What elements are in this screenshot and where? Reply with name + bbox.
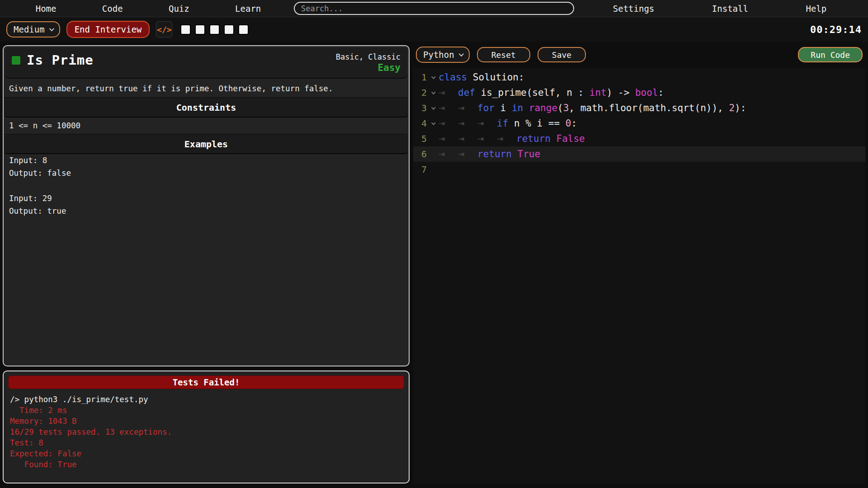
indent-guide-icon: ⇥ xyxy=(458,150,477,159)
tests-output: /> python3 ./is_prime/test.py Time: 2 ms… xyxy=(4,393,409,472)
line-number: 4 xyxy=(413,118,427,129)
code-token: , math.floor(math.sqrt(n)), xyxy=(569,103,729,113)
code-token: bool xyxy=(635,87,658,98)
reset-button[interactable]: Reset xyxy=(477,47,530,62)
code-line: 7 xyxy=(413,162,865,177)
tests-output-line: Found: True xyxy=(10,460,402,470)
section-body: 1 <= n <= 10000 xyxy=(4,117,409,135)
indent-guide-icon: ⇥ xyxy=(439,103,458,113)
tests-output-line: Test: 8 xyxy=(10,438,402,449)
problem-panel: Is Prime Basic, Classic Easy Given a num… xyxy=(3,45,410,366)
chevron-down-icon xyxy=(49,26,54,31)
language-select-value: Python xyxy=(423,50,454,60)
problem-section: Constraints1 <= n <= 10000 xyxy=(4,98,409,135)
problem-status-icon xyxy=(12,56,20,65)
tests-output-line: Memory: 1043 B xyxy=(10,416,402,427)
main-area: Is Prime Basic, Classic Easy Given a num… xyxy=(0,42,868,488)
code-token: 0 xyxy=(566,118,571,129)
nav-item-help[interactable]: Help xyxy=(806,4,826,14)
code-line: 5⇥⇥⇥⇥return False xyxy=(413,131,865,146)
nav-item-learn[interactable]: Learn xyxy=(235,4,261,14)
end-interview-button[interactable]: End Interview xyxy=(66,21,150,38)
indent-guide-icon: ⇥ xyxy=(497,134,516,143)
code-text: class Solution: xyxy=(439,72,524,83)
code-token: is_prime(self, n : xyxy=(475,87,590,98)
difficulty-select-value: Medium xyxy=(14,24,45,34)
tests-result-banner: Tests Failed! xyxy=(8,375,404,389)
code-token: : xyxy=(571,118,577,129)
indent-guide-icon: ⇥ xyxy=(477,119,497,128)
indent-guide-icon: ⇥ xyxy=(477,134,497,143)
progress-squares xyxy=(181,25,248,34)
code-line: 3⇥⇥for i in range(3, math.floor(math.sqr… xyxy=(413,100,865,116)
section-line: Input: 29 xyxy=(4,192,409,205)
fold-chevron-icon[interactable] xyxy=(427,122,439,125)
nav-item-code[interactable]: Code xyxy=(102,4,123,14)
code-line: 1class Solution: xyxy=(413,70,865,85)
code-token: False xyxy=(557,133,585,144)
section-header: Examples xyxy=(5,135,408,154)
session-timer: 00:29:14 xyxy=(810,24,862,35)
code-token: ): xyxy=(735,103,746,113)
section-line: 1 <= n <= 10000 xyxy=(4,117,409,135)
fold-chevron-icon[interactable] xyxy=(427,76,439,79)
code-editor[interactable]: 1class Solution:2⇥def is_prime(self, n :… xyxy=(413,68,865,483)
code-text: ⇥def is_prime(self, n : int) -> bool: xyxy=(439,87,664,98)
tests-output-line: Expected: False xyxy=(10,449,402,460)
code-token: 2 xyxy=(729,103,735,113)
problem-title: Is Prime xyxy=(27,52,94,68)
code-line: 2⇥def is_prime(self, n : int) -> bool: xyxy=(413,85,865,100)
indent-guide-icon: ⇥ xyxy=(439,134,458,143)
progress-square xyxy=(239,25,248,34)
code-token: range xyxy=(529,103,557,113)
indent-guide-icon: ⇥ xyxy=(439,119,458,128)
right-column: Python Reset Save Run Code 1class Soluti… xyxy=(413,45,865,483)
nav-item-home[interactable]: Home xyxy=(36,4,57,14)
code-token: True xyxy=(518,149,541,160)
save-button[interactable]: Save xyxy=(538,47,586,62)
indent-guide-icon: ⇥ xyxy=(458,134,477,143)
search-box[interactable] xyxy=(294,2,574,15)
difficulty-select[interactable]: Medium xyxy=(6,21,60,38)
code-text: ⇥⇥⇥⇥return False xyxy=(439,133,585,144)
section-line: Output: true xyxy=(4,205,409,217)
code-brackets-icon[interactable]: </> xyxy=(156,21,172,38)
search-input[interactable] xyxy=(295,4,573,13)
progress-square xyxy=(225,25,233,34)
top-nav: HomeCodeQuizLearn SettingsInstallHelp xyxy=(0,0,868,17)
session-toolbar: Medium End Interview </> 00:29:14 xyxy=(0,17,868,42)
tests-output-line: Time: 2 ms xyxy=(10,405,402,416)
line-number: 5 xyxy=(413,133,427,144)
progress-square xyxy=(181,25,190,34)
fold-chevron-icon[interactable] xyxy=(427,91,439,94)
code-token: ) -> xyxy=(607,87,635,98)
nav-item-quiz[interactable]: Quiz xyxy=(169,4,189,14)
code-text: ⇥⇥return True xyxy=(439,149,540,160)
code-text: ⇥⇥for i in range(3, math.floor(math.sqrt… xyxy=(439,103,746,113)
nav-item-settings[interactable]: Settings xyxy=(613,4,655,14)
code-token: 3 xyxy=(563,103,569,113)
indent-guide-icon: ⇥ xyxy=(439,88,458,97)
editor-toolbar: Python Reset Save Run Code xyxy=(413,45,865,64)
nav-item-install[interactable]: Install xyxy=(712,4,748,14)
line-number: 6 xyxy=(413,149,427,160)
line-number: 7 xyxy=(413,164,427,175)
fold-chevron-icon[interactable] xyxy=(427,107,439,110)
code-token: return xyxy=(516,133,551,144)
problem-sections: Constraints1 <= n <= 10000ExamplesInput:… xyxy=(4,98,409,217)
language-select[interactable]: Python xyxy=(416,47,470,63)
section-line: Input: 8 xyxy=(4,154,409,167)
code-token: for xyxy=(477,103,495,113)
problem-tags: Basic, Classic xyxy=(336,52,401,62)
code-token: return xyxy=(477,149,512,160)
run-code-button[interactable]: Run Code xyxy=(798,47,863,62)
code-token: in xyxy=(512,103,523,113)
code-brackets-glyph: </> xyxy=(157,25,172,34)
code-text: ⇥⇥⇥if n % i == 0: xyxy=(439,118,577,129)
code-token: Solution: xyxy=(467,72,524,83)
difficulty-badge: Easy xyxy=(336,62,401,74)
chevron-down-icon xyxy=(458,52,463,56)
code-token: : xyxy=(658,87,664,98)
tests-output-line: /> python3 ./is_prime/test.py xyxy=(10,394,402,405)
tests-panel: Tests Failed! /> python3 ./is_prime/test… xyxy=(3,371,410,483)
